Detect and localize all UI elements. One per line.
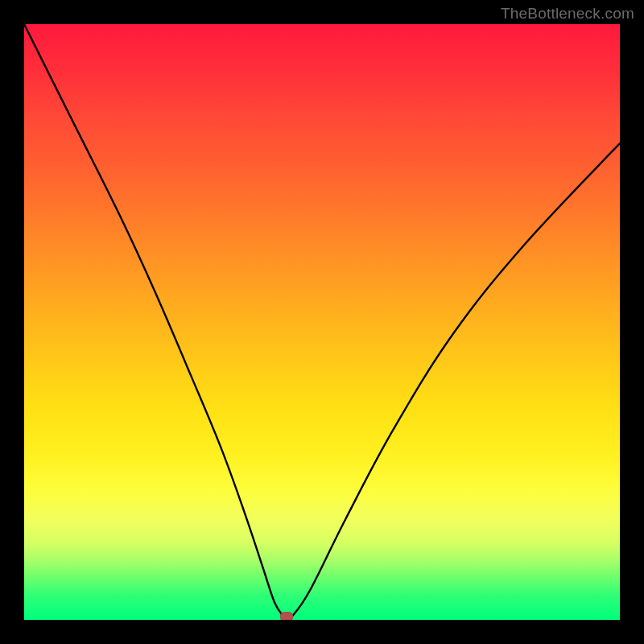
curve-svg bbox=[24, 24, 620, 620]
optimal-point-marker bbox=[280, 612, 293, 620]
bottleneck-curve bbox=[24, 24, 620, 620]
plot-area bbox=[24, 24, 620, 620]
watermark-text: TheBottleneck.com bbox=[501, 5, 634, 23]
chart-stage: TheBottleneck.com bbox=[0, 0, 644, 644]
